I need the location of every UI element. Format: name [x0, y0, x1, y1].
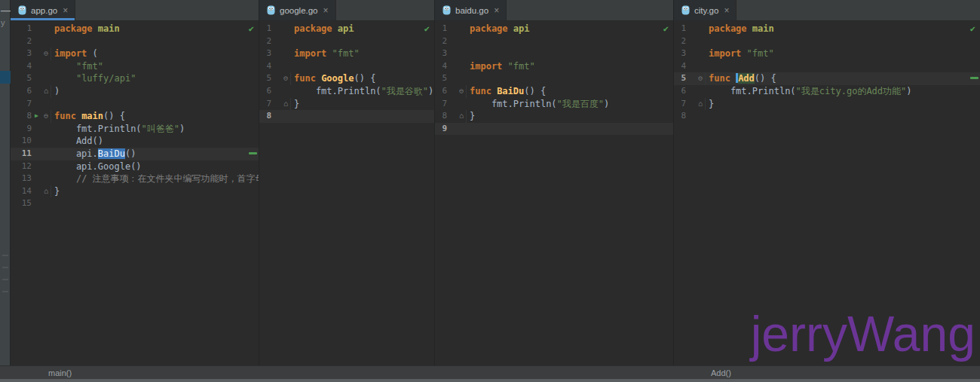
- line-number: 6: [435, 85, 447, 98]
- fold-close-icon[interactable]: ⌂: [41, 185, 51, 198]
- code-line[interactable]: 4 "fmt": [11, 60, 259, 73]
- fold-open-icon[interactable]: ⊖: [457, 85, 467, 98]
- code-token: api: [513, 23, 530, 34]
- code-line[interactable]: 2: [435, 35, 673, 48]
- inspection-check-icon[interactable]: ✔: [424, 23, 430, 35]
- fold-close-icon[interactable]: ⌂: [281, 98, 291, 111]
- code-token: package: [294, 23, 332, 34]
- code-line[interactable]: 7⌂}: [674, 98, 980, 111]
- code-token: func: [709, 73, 730, 84]
- code-line[interactable]: 7 fmt.Println("我是百度"): [435, 98, 673, 111]
- code-line[interactable]: 4: [259, 60, 434, 73]
- code-line[interactable]: 3import "fmt": [259, 47, 434, 60]
- inspection-check-icon[interactable]: ✔: [249, 23, 254, 35]
- code-editor[interactable]: 1package main23import "fmt"45⊖func Add()…: [674, 21, 980, 365]
- tab-close-icon[interactable]: ×: [323, 5, 329, 16]
- tab-google.go[interactable]: google.go×: [259, 0, 336, 20]
- tab-city.go[interactable]: city.go×: [674, 0, 737, 20]
- collapsed-project-panel[interactable]: — y: [0, 0, 11, 365]
- code-line[interactable]: 3: [435, 47, 673, 60]
- tab-close-icon[interactable]: ×: [63, 5, 68, 16]
- code-text: }: [51, 185, 60, 198]
- change-stripe-mark[interactable]: [970, 77, 978, 79]
- fold-open-icon[interactable]: ⊖: [281, 72, 291, 85]
- tab-label: google.go: [280, 6, 318, 15]
- code-line[interactable]: 6⊖func BaiDu() {: [435, 85, 673, 98]
- inspection-check-icon[interactable]: ✔: [970, 23, 975, 35]
- code-text: api.Google(): [51, 160, 142, 173]
- code-line[interactable]: 5⊖func Add() {: [674, 72, 980, 85]
- code-line[interactable]: 11 api.BaiDu(): [11, 148, 259, 160]
- code-line[interactable]: 8⌂}: [435, 110, 673, 123]
- code-line[interactable]: 2: [11, 35, 259, 48]
- code-line[interactable]: 7⌂}: [259, 98, 434, 111]
- code-line[interactable]: 2: [674, 35, 980, 48]
- tab-close-icon[interactable]: ×: [724, 5, 729, 16]
- code-line[interactable]: 8: [674, 110, 980, 123]
- fold-open-icon[interactable]: ⊖: [41, 47, 51, 60]
- tab-app.go[interactable]: app.go×: [11, 0, 75, 20]
- code-line[interactable]: 1package main: [674, 23, 980, 35]
- code-token: fmt.Println(: [709, 86, 796, 96]
- editor-pane-google.go: google.go×1package api23import "fmt"45⊖f…: [259, 0, 434, 365]
- code-line[interactable]: 3import "fmt": [674, 47, 980, 60]
- code-token: fmt.Println(: [470, 99, 557, 109]
- code-line[interactable]: 9: [435, 123, 673, 136]
- code-line[interactable]: 6 fmt.Println("我是谷歌"): [259, 85, 434, 98]
- code-line[interactable]: 9 fmt.Println("叫爸爸"): [11, 123, 259, 136]
- project-tree-selected-row[interactable]: [0, 71, 11, 84]
- code-line[interactable]: 13 // 注意事项：在文件夹中编写功能时，首字母要大写。: [11, 173, 259, 185]
- inspection-check-icon[interactable]: ✔: [663, 23, 669, 35]
- code-token: // 注意事项：在文件夹中编写功能时，首字母要大写。: [76, 173, 259, 184]
- code-line[interactable]: 10 Add(): [11, 135, 259, 148]
- code-line[interactable]: 1package main: [11, 23, 259, 35]
- code-editor[interactable]: 1package api23import "fmt"45⊖func Google…: [259, 21, 434, 365]
- line-number: 7: [11, 98, 32, 111]
- change-stripe-mark[interactable]: [249, 152, 257, 154]
- code-line[interactable]: 6 fmt.Println("我是city.go的Add功能"): [674, 85, 980, 98]
- tab-close-icon[interactable]: ×: [494, 5, 499, 16]
- code-line[interactable]: 5⊖func Google() {: [259, 72, 434, 85]
- code-text: }: [467, 110, 475, 123]
- fold-open-icon[interactable]: ⊖: [41, 110, 51, 123]
- code-line[interactable]: 12 api.Google(): [11, 160, 259, 173]
- line-number: 13: [11, 173, 32, 185]
- code-line[interactable]: 14⌂}: [11, 185, 259, 198]
- code-token: [332, 23, 338, 34]
- breadcrumb-item[interactable]: Add(): [673, 368, 731, 377]
- fold-close-icon[interactable]: ⌂: [41, 85, 51, 98]
- code-editor[interactable]: 1package api234import "fmt"56⊖func BaiDu…: [435, 21, 673, 365]
- run-icon[interactable]: ▶: [32, 110, 41, 123]
- code-token: ): [604, 99, 609, 109]
- code-token: [747, 23, 752, 34]
- code-line[interactable]: 15: [11, 197, 259, 210]
- code-line[interactable]: 5: [435, 72, 673, 85]
- tab-bar: app.go×: [11, 0, 259, 21]
- code-token: () {: [103, 111, 125, 121]
- project-tree-fragment: [2, 267, 8, 268]
- tab-bar: city.go×: [674, 0, 980, 21]
- line-number: 4: [11, 60, 32, 73]
- tab-baidu.go[interactable]: baidu.go×: [435, 0, 507, 20]
- tab-bar: baidu.go×: [435, 0, 673, 21]
- fold-close-icon[interactable]: ⌂: [457, 110, 467, 123]
- code-line[interactable]: 4: [674, 60, 980, 73]
- code-editor[interactable]: 1package main23⊖import (4 "fmt"5 "luffy/…: [11, 21, 259, 365]
- code-line[interactable]: 5 "luffy/api": [11, 72, 259, 85]
- code-line[interactable]: 3⊖import (: [11, 47, 259, 60]
- code-line[interactable]: 8▶⊖func main() {: [11, 110, 259, 123]
- code-line[interactable]: 6⌂): [11, 85, 259, 98]
- code-token: ): [906, 86, 911, 96]
- code-line[interactable]: 2: [259, 35, 434, 48]
- code-line[interactable]: 1package api: [435, 23, 673, 35]
- code-token: Add(): [54, 136, 103, 146]
- code-line[interactable]: 8: [259, 110, 434, 123]
- code-line[interactable]: 4import "fmt": [435, 60, 673, 73]
- fold-open-icon[interactable]: ⊖: [696, 72, 706, 85]
- breadcrumb-item[interactable]: main(): [11, 368, 72, 377]
- code-text: package main: [706, 23, 774, 35]
- tab-label: app.go: [31, 6, 57, 15]
- code-line[interactable]: 1package api: [259, 23, 434, 35]
- code-line[interactable]: 7: [11, 98, 259, 111]
- fold-close-icon[interactable]: ⌂: [696, 98, 706, 111]
